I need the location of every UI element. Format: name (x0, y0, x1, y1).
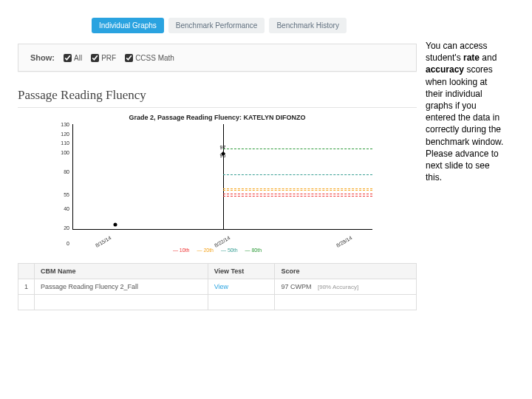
section-heading-prf: Passage Reading Fluency (18, 88, 417, 108)
chart-title: Grade 2, Passage Reading Fluency: KATELY… (18, 114, 417, 121)
col-cbm-name: CBM Name (35, 264, 208, 279)
checkbox-ccss-input[interactable] (125, 54, 133, 62)
table-row-empty (18, 295, 417, 310)
col-view-test: View Test (208, 264, 275, 279)
checkbox-all-label: All (74, 54, 82, 62)
chart-legend: — 10th — 20th — 50th — 80th (18, 248, 417, 253)
checkbox-ccss[interactable]: CCSS Math (125, 54, 174, 62)
checkbox-prf-input[interactable] (91, 54, 99, 62)
legend-50th: — 50th (221, 248, 238, 253)
tab-benchmark-performance[interactable]: Benchmark Performance (168, 18, 265, 33)
col-score: Score (275, 264, 417, 279)
checkbox-prf-label: PRF (101, 54, 116, 62)
checkbox-ccss-label: CCSS Math (135, 54, 174, 62)
row-cbm-name: Passage Reading Fluency 2_Fall (35, 279, 208, 295)
row-index: 1 (18, 279, 35, 295)
tab-individual-graphs[interactable]: Individual Graphs (92, 18, 164, 33)
chart-plot-area: 97 ◆ 95 (72, 124, 372, 230)
show-filter-panel: Show: All PRF CCSS Math (18, 44, 417, 72)
view-link[interactable]: View (214, 283, 228, 290)
show-label: Show: (30, 53, 55, 62)
tab-bar: Individual Graphs Benchmark Performance … (92, 18, 417, 33)
score-table: CBM Name View Test Score 1 Passage Readi… (18, 263, 417, 310)
row-score: 97 CWPM (281, 283, 311, 290)
checkbox-all[interactable]: All (64, 54, 82, 62)
row-accuracy: [98% Accuracy] (318, 284, 358, 290)
checkbox-all-input[interactable] (64, 54, 72, 62)
fluency-chart: 130 120 110 100 80 55 40 20 0 (55, 124, 372, 246)
col-index (18, 264, 35, 279)
legend-10th: — 10th (173, 248, 190, 253)
legend-80th: — 80th (245, 248, 262, 253)
table-row: 1 Passage Reading Fluency 2_Fall View 97… (18, 279, 417, 295)
tab-benchmark-history[interactable]: Benchmark History (269, 18, 346, 33)
checkbox-prf[interactable]: PRF (91, 54, 116, 62)
instruction-text: You can access student's rate and accura… (426, 18, 507, 310)
